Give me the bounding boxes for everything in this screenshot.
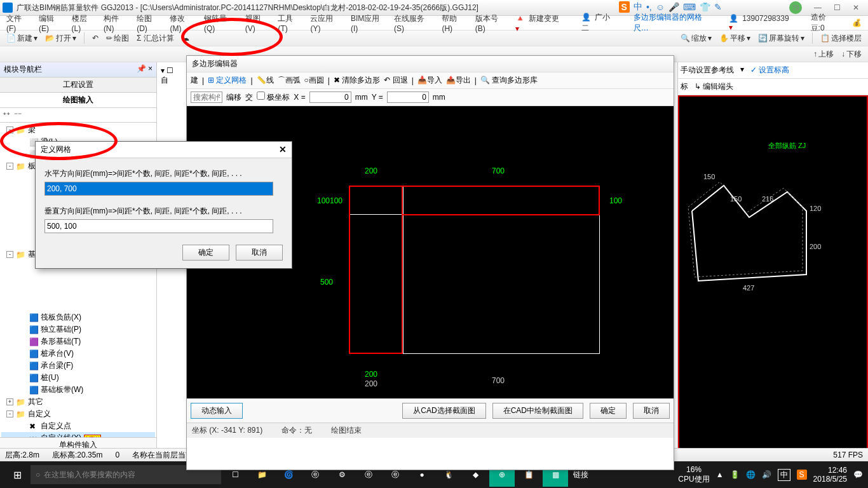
ime-mic-icon[interactable]: 🎤 bbox=[668, 2, 679, 12]
menu-cloud[interactable]: 云应用(Y) bbox=[306, 13, 347, 33]
poly-new-button[interactable]: 建 bbox=[191, 75, 198, 86]
export-button[interactable]: 📤导出 bbox=[446, 75, 471, 86]
cpu-meter[interactable]: 16%CPU使用 bbox=[678, 465, 709, 485]
menu-draw[interactable]: 绘图(D) bbox=[133, 13, 166, 33]
menu-view[interactable]: 视图(V) bbox=[241, 13, 275, 33]
task-link-label[interactable]: 链接 bbox=[573, 470, 588, 480]
dynamic-input-button[interactable]: 动态输入 bbox=[191, 403, 243, 419]
menu-tools[interactable]: 工具(T) bbox=[274, 13, 306, 33]
menu-component[interactable]: 构件(N) bbox=[100, 13, 133, 33]
tree-foundation-strip[interactable]: 🟦基础板带(W) bbox=[1, 384, 155, 396]
menu-help[interactable]: 帮助(H) bbox=[438, 13, 471, 33]
new-button[interactable]: 📄新建 ▾ bbox=[4, 33, 40, 44]
to-cad-button[interactable]: 在CAD中绘制截面图 bbox=[492, 403, 583, 419]
x-input[interactable] bbox=[309, 92, 351, 103]
coin-label[interactable]: 造价豆:0 bbox=[807, 12, 843, 34]
tray-up-icon[interactable]: ▲ bbox=[716, 470, 724, 479]
start-button[interactable]: ⊞ bbox=[5, 463, 29, 487]
new-change-button[interactable]: 🔺新建变更 ▾ bbox=[512, 13, 572, 33]
from-cad-button[interactable]: 从CAD选择截面图 bbox=[402, 403, 485, 419]
tree-raft-neg[interactable]: 🟦筏板负筋(X) bbox=[1, 311, 155, 323]
polar-checkbox[interactable]: 极坐标 bbox=[257, 92, 290, 103]
tree-beam[interactable]: -📁梁 bbox=[1, 124, 155, 136]
tray-clock[interactable]: 12:462018/5/25 bbox=[813, 466, 847, 484]
open-button[interactable]: 📂打开 ▾ bbox=[43, 33, 79, 44]
menu-edit[interactable]: 编辑(E) bbox=[35, 13, 68, 33]
menu-floor[interactable]: 楼层(L) bbox=[68, 13, 100, 33]
draw-circle-button[interactable]: ○画圆 bbox=[304, 75, 324, 86]
tree-custom[interactable]: -📁自定义 bbox=[1, 408, 155, 420]
y-input[interactable] bbox=[387, 92, 429, 103]
menu-rebar[interactable]: 钢筋量(Q) bbox=[200, 13, 241, 33]
ortho-label[interactable]: 交 bbox=[245, 92, 253, 103]
tree-iso-foundation[interactable]: 🟦独立基础(P) bbox=[1, 323, 155, 336]
cloud-check-icon[interactable]: ☁ bbox=[179, 34, 192, 43]
coin-icon[interactable]: 💰 bbox=[848, 18, 865, 27]
move-up-button[interactable]: ↑上移 bbox=[811, 49, 836, 60]
draw-line-button[interactable]: 📏线 bbox=[257, 75, 274, 86]
menu-modify[interactable]: 修改(M) bbox=[166, 13, 200, 33]
set-elevation-button[interactable]: ✓ 设置标高 bbox=[750, 65, 789, 76]
tray-battery-icon[interactable]: 🔋 bbox=[730, 470, 740, 479]
tray-network-icon[interactable]: 🌐 bbox=[746, 470, 756, 479]
collapse-all-icon[interactable]: ⁻⁻ bbox=[14, 111, 22, 119]
user-phone[interactable]: 👤13907298339 ▾ bbox=[725, 14, 801, 32]
tree-custom-point[interactable]: ✖自定义点 bbox=[1, 420, 155, 432]
ime-zhong[interactable]: 中 bbox=[634, 1, 642, 13]
rotate-button[interactable]: 🔄屏幕旋转 ▾ bbox=[756, 32, 807, 44]
v-spacing-input[interactable] bbox=[44, 219, 273, 233]
dialog-cancel-button[interactable]: 取消 bbox=[236, 245, 283, 261]
tray-volume-icon[interactable]: 🔊 bbox=[762, 470, 771, 479]
polygon-cancel-button[interactable]: 取消 bbox=[633, 403, 670, 419]
polygon-ok-button[interactable]: 确定 bbox=[590, 403, 627, 419]
pan-button[interactable]: ✋平移 ▾ bbox=[717, 32, 753, 44]
import-button[interactable]: 📥导入 bbox=[417, 75, 442, 86]
dialog-close-button[interactable]: ✕ bbox=[279, 144, 287, 155]
ime-smile-icon[interactable]: ☺ bbox=[656, 2, 665, 12]
move-down-button[interactable]: ↓下移 bbox=[839, 49, 864, 60]
menu-bim[interactable]: BIM应用(I) bbox=[347, 13, 390, 33]
tree-strip-foundation[interactable]: 🟪条形基础(T) bbox=[1, 336, 155, 348]
define-grid-button[interactable]: ⊞ 定义网格 bbox=[208, 75, 247, 86]
menu-version[interactable]: 版本号(B) bbox=[471, 13, 512, 33]
menu-file[interactable]: 文件(F) bbox=[3, 13, 35, 33]
edit-move-label[interactable]: 编移 bbox=[226, 92, 241, 103]
draw-arc-button[interactable]: ⌒画弧 bbox=[278, 75, 301, 86]
tree-pile-cap[interactable]: 🟦桩承台(V) bbox=[1, 348, 155, 360]
tray-ime[interactable]: 中 bbox=[778, 469, 790, 481]
menu-online[interactable]: 在线服务(S) bbox=[390, 13, 438, 33]
ime-punct-icon[interactable]: •, bbox=[646, 2, 652, 12]
user-small[interactable]: 👤广小二 bbox=[578, 12, 625, 34]
mark-button[interactable]: 标 bbox=[681, 81, 688, 92]
tray-notification-icon[interactable]: 💬 bbox=[853, 470, 863, 479]
select-floor-button[interactable]: 📋选择楼层 bbox=[818, 32, 864, 44]
ime-settings-icon[interactable]: ✎ bbox=[714, 2, 722, 12]
clear-polygon-button[interactable]: ✖ 清除多边形 bbox=[334, 75, 380, 86]
tree-custom-line[interactable]: 〰自定义线(X)NEW bbox=[1, 432, 155, 437]
tree-other[interactable]: +📁其它 bbox=[1, 396, 155, 408]
sum-button[interactable]: Σ 汇总计算 bbox=[134, 33, 177, 44]
ime-keyboard-icon[interactable]: ⌨ bbox=[683, 2, 696, 12]
draw-button[interactable]: ✏绘图 bbox=[104, 33, 132, 44]
undo-icon[interactable]: ↶ bbox=[90, 34, 101, 43]
ime-tool-icon[interactable]: 👕 bbox=[700, 2, 710, 12]
h-spacing-input[interactable] bbox=[44, 182, 273, 196]
dialog-ok-button[interactable]: 确定 bbox=[182, 245, 229, 261]
sidebar-pin-icon[interactable]: 📌 × bbox=[137, 64, 153, 75]
zoom-button[interactable]: 🔍缩放 ▾ bbox=[678, 32, 714, 44]
dialog-titlebar[interactable]: 定义网格 ✕ bbox=[36, 142, 292, 158]
poly-hint-text: 多边形编辑器的网格尺… bbox=[630, 12, 720, 34]
edit-end-button[interactable]: ↳ 编辑端头 bbox=[695, 81, 733, 92]
tab-project-settings[interactable]: 工程设置 bbox=[0, 78, 156, 93]
tab-draw-input[interactable]: 绘图输入 bbox=[0, 93, 156, 108]
tray-sogou-icon[interactable]: S bbox=[797, 470, 807, 480]
undo-button[interactable]: ↶ 回退 bbox=[384, 75, 407, 86]
tree-pile[interactable]: 🟦桩(U) bbox=[1, 372, 155, 384]
query-button[interactable]: 🔍 查询多边形库 bbox=[480, 75, 538, 86]
search-component-input[interactable] bbox=[191, 92, 222, 103]
polygon-editor-title[interactable]: 多边形编辑器 bbox=[187, 56, 674, 72]
section-canvas[interactable]: 全部纵筋 ZJ 150 150 216 120 200 427 bbox=[678, 95, 868, 453]
set-ref-line-button[interactable]: 手动设置参考线 bbox=[681, 65, 734, 76]
tree-cap-beam[interactable]: 🟦承台梁(F) bbox=[1, 360, 155, 372]
expand-all-icon[interactable]: ⁺⁺ bbox=[3, 111, 10, 119]
